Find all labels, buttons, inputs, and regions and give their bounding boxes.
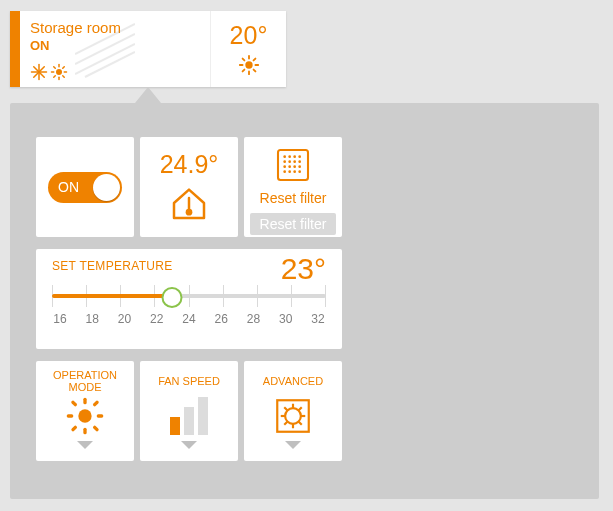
svg-rect-47 xyxy=(83,428,86,435)
power-toggle[interactable]: ON xyxy=(48,172,122,203)
ac-unit-image xyxy=(75,19,135,79)
sun-icon xyxy=(50,63,68,81)
header-current-temp: 20° xyxy=(210,11,286,87)
header-accent-bar xyxy=(10,11,20,87)
svg-line-23 xyxy=(253,69,255,71)
svg-rect-46 xyxy=(83,398,86,405)
set-temperature-tile: SET TEMPERATURE 23° 161820222426283032 xyxy=(36,249,342,349)
gear-sun-icon xyxy=(65,395,105,437)
svg-point-37 xyxy=(283,166,286,169)
svg-point-40 xyxy=(298,166,301,169)
svg-point-38 xyxy=(288,166,291,169)
slider-tick-label: 22 xyxy=(149,312,165,326)
svg-rect-48 xyxy=(67,414,74,417)
fan-bar xyxy=(170,417,180,435)
svg-line-60 xyxy=(284,407,287,410)
svg-point-45 xyxy=(78,409,91,422)
fan-bar xyxy=(184,407,194,435)
slider-tick-label: 32 xyxy=(310,312,326,326)
svg-point-44 xyxy=(298,171,301,174)
slider-tick xyxy=(325,285,326,307)
fan-bar xyxy=(198,397,208,435)
svg-line-15 xyxy=(63,67,65,69)
header-main: Storage room ON xyxy=(20,11,210,87)
svg-point-33 xyxy=(283,161,286,164)
room-temp-value: 24.9° xyxy=(160,152,219,177)
svg-rect-49 xyxy=(97,414,104,417)
slider-tick-label: 16 xyxy=(52,312,68,326)
snowflake-icon xyxy=(30,63,48,81)
home-thermometer-icon xyxy=(169,183,209,223)
set-temperature-value: 23° xyxy=(281,255,326,282)
advanced-tile[interactable]: ADVANCED xyxy=(244,361,342,461)
svg-rect-52 xyxy=(92,400,99,407)
slider-handle[interactable] xyxy=(161,287,182,308)
operation-mode-title: OPERATION MODE xyxy=(40,369,130,393)
svg-line-25 xyxy=(242,69,244,71)
svg-point-17 xyxy=(245,61,252,68)
sun-icon xyxy=(238,54,260,76)
temperature-slider[interactable]: 161820222426283032 xyxy=(52,294,326,326)
device-header-card[interactable]: Storage room ON xyxy=(10,11,286,87)
svg-rect-53 xyxy=(71,425,78,432)
svg-point-41 xyxy=(283,171,286,174)
svg-line-22 xyxy=(242,58,244,60)
slider-tick-label: 20 xyxy=(117,312,133,326)
slider-tick-label: 18 xyxy=(84,312,100,326)
svg-point-32 xyxy=(298,156,301,159)
slider-tick xyxy=(189,285,190,307)
svg-point-43 xyxy=(293,171,296,174)
operation-mode-tile[interactable]: OPERATION MODE xyxy=(36,361,134,461)
controls-panel: ON 24.9° xyxy=(10,103,599,499)
filter-grid-icon xyxy=(273,145,313,185)
power-tile: ON xyxy=(36,137,134,237)
svg-line-13 xyxy=(54,67,56,69)
power-toggle-label: ON xyxy=(58,179,79,195)
room-temp-tile: 24.9° xyxy=(140,137,238,237)
svg-point-42 xyxy=(288,171,291,174)
svg-point-29 xyxy=(283,156,286,159)
slider-tick-label: 28 xyxy=(246,312,262,326)
svg-point-8 xyxy=(56,69,62,75)
advanced-gear-icon xyxy=(272,395,314,437)
svg-point-39 xyxy=(293,166,296,169)
slider-tick-label: 26 xyxy=(213,312,229,326)
fan-speed-title: FAN SPEED xyxy=(158,369,220,393)
chevron-down-icon xyxy=(181,441,197,449)
svg-point-36 xyxy=(298,161,301,164)
slider-tick xyxy=(223,285,224,307)
svg-rect-51 xyxy=(92,425,99,432)
chevron-down-icon xyxy=(285,441,301,449)
set-temperature-title: SET TEMPERATURE xyxy=(52,259,173,273)
filter-tile: Reset filter Reset filter xyxy=(244,137,342,237)
slider-tick-label: 30 xyxy=(278,312,294,326)
svg-line-62 xyxy=(299,407,302,410)
reset-filter-button[interactable]: Reset filter xyxy=(250,213,337,235)
mode-status-icons xyxy=(30,63,68,81)
svg-rect-50 xyxy=(71,400,78,407)
slider-tick xyxy=(257,285,258,307)
svg-line-63 xyxy=(284,422,287,425)
current-temp-value: 20° xyxy=(230,23,268,48)
svg-point-34 xyxy=(288,161,291,164)
svg-line-16 xyxy=(54,76,56,78)
svg-point-31 xyxy=(293,156,296,159)
fan-bars-icon xyxy=(170,395,208,437)
svg-rect-28 xyxy=(278,150,308,180)
svg-line-61 xyxy=(299,422,302,425)
slider-tick-label: 24 xyxy=(181,312,197,326)
svg-point-55 xyxy=(285,408,301,424)
chevron-down-icon xyxy=(77,441,93,449)
header-pointer xyxy=(135,87,161,103)
slider-tick xyxy=(291,285,292,307)
filter-label: Reset filter xyxy=(260,191,327,206)
power-toggle-knob xyxy=(93,174,120,201)
svg-line-24 xyxy=(253,58,255,60)
svg-point-27 xyxy=(186,208,193,215)
advanced-title: ADVANCED xyxy=(263,369,323,393)
fan-speed-tile[interactable]: FAN SPEED xyxy=(140,361,238,461)
svg-point-35 xyxy=(293,161,296,164)
svg-point-30 xyxy=(288,156,291,159)
svg-line-14 xyxy=(63,76,65,78)
